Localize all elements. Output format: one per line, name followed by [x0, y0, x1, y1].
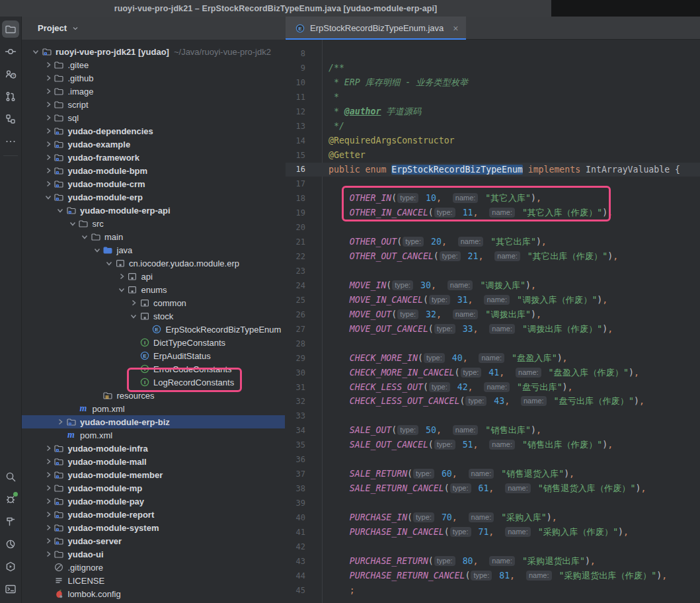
chevron-collapsed-icon[interactable]: [55, 417, 65, 427]
tree-item-.gitignore[interactable]: .gitignore: [22, 561, 285, 574]
structure-icon[interactable]: [2, 110, 19, 128]
tree-item-yudao-module-bpm[interactable]: yudao-module-bpm: [22, 164, 285, 177]
project-folder-icon[interactable]: [2, 20, 19, 38]
code-line-23[interactable]: 23: [286, 264, 700, 278]
chevron-collapsed-icon[interactable]: [43, 496, 54, 506]
code-line-36[interactable]: 36: [286, 452, 700, 467]
tree-item-yudao-module-mp[interactable]: yudao-module-mp: [22, 481, 285, 495]
tree-item-yudao-module-infra[interactable]: yudao-module-infra: [22, 442, 285, 455]
code-line-27[interactable]: 27 MOVE_OUT_CANCEL(type: 33, name: "调拨出库…: [286, 322, 700, 337]
chevron-collapsed-icon[interactable]: [43, 126, 54, 136]
tree-item-lombok.config[interactable]: lombok.config: [22, 587, 285, 600]
project-panel-header[interactable]: Project: [22, 17, 285, 40]
tree-item-yudao-ui[interactable]: yudao-ui: [22, 547, 285, 561]
chevron-collapsed-icon[interactable]: [43, 179, 54, 189]
chevron-collapsed-icon[interactable]: [43, 112, 54, 123]
code-line-39[interactable]: 39: [286, 496, 700, 510]
problems-icon[interactable]: [2, 491, 19, 508]
code-line-16[interactable]: 16public enum ErpStockRecordBizTypeEnum …: [286, 163, 700, 177]
tree-item-sql[interactable]: sql: [22, 111, 285, 124]
code-line-11[interactable]: 11 *: [286, 90, 700, 104]
tree-item-yudao-dependencies[interactable]: yudao-dependencies: [22, 124, 285, 138]
chevron-collapsed-icon[interactable]: [43, 165, 54, 176]
code-line-43[interactable]: 43 PURCHASE_RETURN(type: 80, name: "采购退货…: [286, 554, 700, 569]
tree-item-LogRecordConstants[interactable]: ILogRecordConstants: [22, 376, 285, 389]
tree-item-yudao-framework[interactable]: yudao-framework: [22, 151, 285, 164]
build-icon[interactable]: [2, 513, 19, 530]
terminal-icon[interactable]: [2, 581, 19, 598]
chevron-collapsed-icon[interactable]: [43, 99, 54, 110]
chevron-expanded-icon[interactable]: [116, 284, 127, 295]
commit-icon[interactable]: [2, 43, 19, 60]
code-line-37[interactable]: 37 SALE_RETURN(type: 60, name: "销售退货入库")…: [286, 467, 700, 481]
code-line-32[interactable]: 32 CHECK_LESS_OUT_CANCEL(type: 43, name:…: [286, 395, 700, 409]
chevron-collapsed-icon[interactable]: [43, 549, 54, 559]
tree-item-ErpStockRecordBizTypeEnum[interactable]: EErpStockRecordBizTypeEnum: [22, 323, 285, 336]
code-line-30[interactable]: 30 CHECK_MORE_IN_CANCEL(type: 41, name: …: [286, 366, 700, 380]
code-line-26[interactable]: 26 MOVE_OUT(type: 32, name: "调拨出库"),: [286, 307, 700, 322]
code-line-17[interactable]: 17: [286, 177, 700, 191]
tree-item-pom.xml[interactable]: mpom.xml: [22, 428, 285, 442]
tree-item-src[interactable]: src: [22, 217, 285, 230]
code-line-13[interactable]: 13 */: [286, 119, 700, 134]
search-icon[interactable]: [2, 468, 19, 485]
chevron-collapsed-icon[interactable]: [43, 522, 54, 533]
tree-item-DictTypeConstants[interactable]: IDictTypeConstants: [22, 336, 285, 349]
tree-item-common[interactable]: common: [22, 296, 285, 309]
tree-item-ruoyi-vue-pro-jdk21-yudao-[interactable]: ruoyi-vue-pro-jdk21 [yudao]~/Java/ruoyi-…: [22, 45, 285, 58]
tree-item-yudao-module-mall[interactable]: yudao-module-mall: [22, 455, 285, 468]
tree-item-yudao-module-member[interactable]: yudao-module-member: [22, 468, 285, 481]
chevron-expanded-icon[interactable]: [104, 258, 114, 268]
code-with-me-icon[interactable]: ?: [2, 65, 19, 83]
chevron-collapsed-icon[interactable]: [43, 86, 54, 97]
chevron-collapsed-icon[interactable]: [43, 443, 54, 454]
chevron-collapsed-icon[interactable]: [43, 536, 54, 546]
tree-item-.gitee[interactable]: .gitee: [22, 58, 285, 71]
tree-item-stock[interactable]: stock: [22, 309, 285, 323]
code-line-38[interactable]: 38 SALE_RETURN_CANCEL(type: 61, name: "销…: [286, 481, 700, 496]
code-line-42[interactable]: 42: [286, 540, 700, 554]
chevron-collapsed-icon[interactable]: [43, 152, 54, 163]
code-line-21[interactable]: 21 OTHER_OUT(type: 20, name: "其它出库"),: [286, 235, 700, 249]
code-line-19[interactable]: 19 OTHER_IN_CANCEL(type: 11, name: "其它入库…: [286, 206, 700, 220]
pull-requests-icon[interactable]: [2, 88, 19, 105]
code-line-10[interactable]: 10 * ERP 库存明细 - 业务类型枚举: [286, 75, 700, 90]
tree-item-resources[interactable]: resources: [22, 389, 285, 402]
chevron-collapsed-icon[interactable]: [43, 456, 54, 467]
code-line-9[interactable]: 9/**: [286, 61, 700, 75]
profiler-icon[interactable]: [2, 536, 19, 553]
tree-item-.github[interactable]: .github: [22, 71, 285, 85]
chevron-expanded-icon[interactable]: [128, 311, 139, 321]
chevron-collapsed-icon[interactable]: [43, 73, 54, 83]
code-line-40[interactable]: 40 PURCHASE_IN(type: 70, name: "采购入库"),: [286, 510, 700, 525]
chevron-expanded-icon[interactable]: [43, 192, 54, 202]
tree-item-ErrorCodeConstants[interactable]: IErrorCodeConstants: [22, 362, 285, 376]
chevron-collapsed-icon[interactable]: [43, 509, 54, 520]
tree-item-yudao-module-erp[interactable]: yudao-module-erp: [22, 190, 285, 204]
services-icon[interactable]: [2, 558, 19, 575]
code-line-31[interactable]: 31 CHECK_LESS_OUT(type: 42, name: "盘亏出库"…: [286, 380, 700, 395]
chevron-collapsed-icon[interactable]: [128, 298, 139, 308]
tree-item-yudao-module-system[interactable]: yudao-module-system: [22, 521, 285, 534]
tab-close-icon[interactable]: ×: [453, 23, 458, 34]
chevron-expanded-icon[interactable]: [30, 46, 41, 57]
code-line-41[interactable]: 41 PURCHASE_IN_CANCEL(type: 71, name: "采…: [286, 525, 700, 540]
code-line-14[interactable]: 14@RequiredArgsConstructor: [286, 134, 700, 148]
code-line-18[interactable]: 18 OTHER_IN(type: 10, name: "其它入库"),: [286, 191, 700, 206]
code-line-29[interactable]: 29 CHECK_MORE_IN(type: 40, name: "盘盈入库")…: [286, 351, 700, 366]
chevron-collapsed-icon[interactable]: [43, 139, 54, 149]
code-line-35[interactable]: 35 SALE_OUT_CANCEL(type: 51, name: "销售出库…: [286, 438, 700, 452]
chevron-collapsed-icon[interactable]: [116, 271, 127, 282]
tree-item-LICENSE[interactable]: LICENSE: [22, 574, 285, 587]
tree-item-yudao-module-report[interactable]: yudao-module-report: [22, 508, 285, 521]
tree-item-yudao-module-erp-biz[interactable]: yudao-module-erp-biz: [22, 415, 285, 428]
tree-item-yudao-module-pay[interactable]: yudao-module-pay: [22, 495, 285, 508]
tree-item-java[interactable]: java: [22, 243, 285, 257]
chevron-expanded-icon[interactable]: [92, 245, 102, 255]
tree-item-yudao-example[interactable]: yudao-example: [22, 138, 285, 151]
code-line-45[interactable]: 45 ;: [286, 583, 700, 598]
code-line-34[interactable]: 34 SALE_OUT(type: 50, name: "销售出库"),: [286, 423, 700, 438]
tree-item-pom.xml[interactable]: mpom.xml: [22, 402, 285, 415]
tree-item-main[interactable]: main: [22, 230, 285, 243]
chevron-collapsed-icon[interactable]: [43, 60, 54, 70]
